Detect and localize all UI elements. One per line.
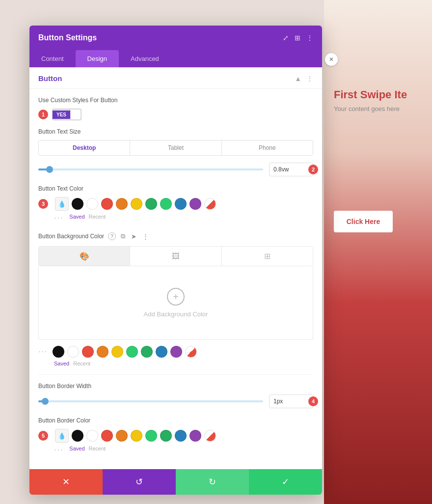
color-swatch-blue[interactable]: [175, 198, 187, 210]
preview-subtitle: Your content goes here: [324, 105, 432, 112]
text-size-input[interactable]: [269, 163, 313, 176]
border-color-swatch-black[interactable]: [72, 430, 83, 442]
text-size-input-wrap: 2: [269, 163, 313, 176]
border-color-saved-recent: ··· Saved Recent: [54, 446, 313, 454]
color-swatch-red[interactable]: [101, 198, 113, 210]
text-size-slider-row: 2: [38, 163, 313, 176]
bg-tabs: 🎨 🖼 ⊞: [38, 246, 313, 266]
undo-icon: ↺: [135, 476, 143, 487]
slider-track: [38, 168, 263, 170]
close-preview-button[interactable]: ✕: [325, 53, 338, 66]
bg-color-swatch-red[interactable]: [82, 346, 94, 358]
border-color-swatch-blue[interactable]: [175, 430, 187, 442]
bg-color-swatch-green[interactable]: [141, 346, 153, 358]
toggle-switch[interactable]: YES: [52, 109, 81, 120]
bg-color-swatch-blue[interactable]: [156, 346, 167, 358]
color-swatch-orange[interactable]: [116, 198, 128, 210]
device-tab-tablet[interactable]: Tablet: [130, 140, 221, 155]
bg-color-swatch-yellow[interactable]: [111, 346, 123, 358]
border-slider-thumb[interactable]: [42, 398, 49, 405]
copy-icon[interactable]: ⧉: [120, 231, 126, 241]
text-color-saved-label[interactable]: Saved: [69, 214, 84, 223]
slider-thumb[interactable]: [46, 166, 53, 173]
arrow-icon[interactable]: ➤: [130, 232, 137, 241]
color-swatch-green[interactable]: [145, 198, 157, 210]
columns-icon[interactable]: ⊞: [295, 34, 300, 42]
eyedropper-icon[interactable]: 💧: [55, 197, 69, 211]
settings-panel: Button Settings ⤢ ⊞ ⋮ Content Design Adv…: [29, 26, 322, 495]
border-color-recent-label[interactable]: Recent: [89, 446, 106, 454]
text-size-slider[interactable]: [38, 168, 263, 170]
color-swatch-yellow[interactable]: [131, 198, 142, 210]
border-color-swatch-orange[interactable]: [116, 430, 128, 442]
text-color-saved-recent: ··· Saved Recent: [54, 214, 313, 223]
text-color-label: Button Text Color: [38, 185, 313, 192]
add-bg-plus-button[interactable]: +: [167, 288, 185, 306]
confirm-button[interactable]: ✓: [249, 469, 322, 495]
border-eyedropper-icon[interactable]: 💧: [55, 429, 69, 443]
tab-advanced[interactable]: Advanced: [119, 50, 171, 67]
bg-color-recent-label[interactable]: Recent: [73, 361, 90, 366]
cancel-button[interactable]: ✕: [29, 469, 103, 495]
border-color-section: Button Border Color 5 💧 ···: [38, 417, 313, 454]
device-tab-phone[interactable]: Phone: [222, 140, 313, 155]
expand-icon[interactable]: ⤢: [283, 34, 289, 42]
bg-color-swatch-orange[interactable]: [97, 346, 108, 358]
redo-button[interactable]: ↻: [176, 469, 249, 495]
bg-color-swatch-black[interactable]: [53, 346, 64, 358]
preview-title: First Swipe Ite: [324, 0, 432, 105]
section-divider: [38, 374, 313, 375]
border-slider-track: [38, 400, 263, 402]
bg-color-swatch-purple[interactable]: [170, 346, 182, 358]
text-color-more-dots[interactable]: ···: [54, 214, 63, 223]
bg-color-section: Button Background Color ? ⧉ ➤ ⋮ 🎨 🖼 ⊞ + …: [38, 231, 313, 366]
border-width-input[interactable]: [269, 394, 313, 408]
border-color-none-swatch[interactable]: [204, 430, 216, 442]
toggle-handle: [71, 110, 81, 119]
tab-content[interactable]: Content: [29, 50, 76, 67]
bg-tab-color[interactable]: 🎨: [39, 247, 130, 266]
border-color-saved-label[interactable]: Saved: [69, 446, 84, 454]
bg-color-more-dots[interactable]: ···: [38, 347, 48, 356]
chevron-up-icon[interactable]: ▲: [295, 75, 301, 83]
bg-color-none-swatch[interactable]: [185, 346, 197, 358]
border-width-slider[interactable]: [38, 400, 263, 402]
preview-panel: First Swipe Ite Your content goes here C…: [324, 0, 432, 504]
border-color-swatch-lime[interactable]: [145, 430, 157, 442]
text-color-section: Button Text Color 3 💧 ···: [38, 185, 313, 223]
bg-color-swatch-white[interactable]: [67, 346, 79, 358]
color-swatch-black[interactable]: [72, 198, 83, 210]
color-swatch-white[interactable]: [86, 198, 98, 210]
border-color-more-dots[interactable]: ···: [54, 446, 63, 454]
bg-tab-image[interactable]: ⊞: [222, 247, 313, 266]
bg-color-label: Button Background Color: [38, 233, 104, 240]
bg-color-saved-recent: Saved Recent: [54, 361, 313, 366]
bg-color-saved-label[interactable]: Saved: [54, 361, 69, 366]
bg-tab-gradient[interactable]: 🖼: [130, 247, 221, 266]
color-none-swatch[interactable]: [204, 198, 216, 210]
tab-design[interactable]: Design: [76, 50, 119, 67]
badge-3: 3: [38, 199, 48, 209]
border-color-swatch-purple[interactable]: [189, 430, 201, 442]
bg-more-icon[interactable]: ⋮: [141, 232, 150, 241]
device-tab-desktop[interactable]: Desktop: [39, 140, 130, 155]
undo-button[interactable]: ↺: [103, 469, 176, 495]
border-color-label: Button Border Color: [38, 417, 313, 424]
border-color-swatch-red[interactable]: [101, 430, 113, 442]
bg-color-swatch-lime[interactable]: [126, 346, 138, 358]
border-width-input-wrap: 4: [269, 394, 313, 408]
more-options-icon[interactable]: ⋮: [306, 34, 313, 42]
panel-body: Button ▲ ⋮ Use Custom Styles For Button …: [29, 67, 322, 495]
border-color-swatch-green[interactable]: [160, 430, 172, 442]
help-icon[interactable]: ?: [108, 232, 116, 240]
border-width-slider-row: 4: [38, 394, 313, 408]
border-color-swatch-white[interactable]: [86, 430, 98, 442]
color-swatch-lime[interactable]: [160, 198, 172, 210]
color-swatch-purple[interactable]: [189, 198, 201, 210]
toggle-yes-label: YES: [53, 111, 70, 119]
tabs-bar: Content Design Advanced: [29, 50, 322, 67]
cancel-icon: ✕: [62, 476, 70, 487]
text-color-recent-label[interactable]: Recent: [89, 214, 106, 223]
section-more-icon[interactable]: ⋮: [306, 75, 313, 83]
border-color-swatch-yellow[interactable]: [131, 430, 142, 442]
